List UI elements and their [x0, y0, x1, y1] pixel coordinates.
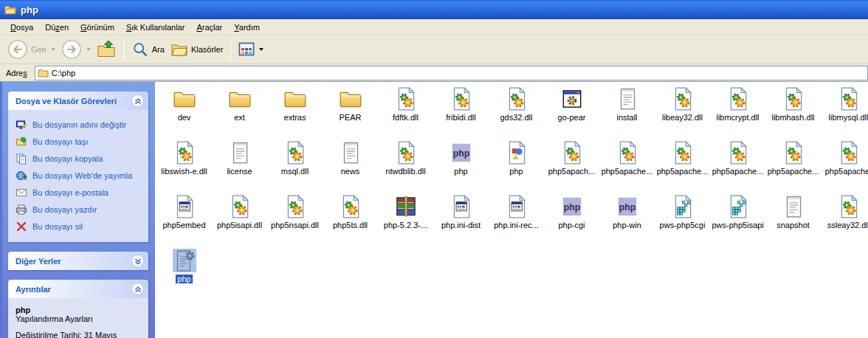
file-item[interactable]: php [489, 138, 544, 192]
folders-button[interactable]: Klasörler [168, 39, 226, 60]
forward-button[interactable] [58, 38, 94, 61]
file-item[interactable]: ssleay32.dll [821, 192, 868, 246]
empty-grid-cell [821, 246, 868, 300]
menu-item-g-r-n-m[interactable]: Görünüm [75, 21, 120, 33]
expand-button[interactable] [131, 255, 144, 267]
dll-file-icon [726, 140, 751, 165]
other-places-header[interactable]: Diğer Yerler [8, 252, 148, 270]
search-button[interactable]: Ara [128, 39, 168, 60]
file-item[interactable]: php5nsapi.dll [267, 192, 323, 246]
publish-icon [16, 170, 27, 182]
chevron-down-icon [133, 256, 143, 266]
folder-icon [283, 86, 308, 111]
collapse-button[interactable] [131, 283, 144, 295]
file-item[interactable]: license [212, 138, 267, 192]
dll-file-icon [836, 140, 861, 165]
file-item[interactable]: php5apache... [655, 138, 710, 192]
task-label: Bu dosyayı taşı [32, 137, 88, 146]
file-item[interactable]: ext [212, 84, 267, 138]
task-item[interactable]: Bu dosyayı Web'de yayımla [14, 167, 144, 184]
file-item[interactable]: php [433, 138, 489, 192]
menu-bar: DosyaDüzenGörünümSık KullanılanlarAraçla… [0, 19, 868, 35]
file-item[interactable]: php-cgi [544, 192, 599, 246]
file-name-label: install [615, 113, 638, 122]
file-item[interactable]: php5isapi.dll [212, 192, 267, 246]
file-name-label: ext [232, 113, 247, 122]
file-item[interactable]: libeay32.dll [655, 84, 710, 138]
task-item[interactable]: Bu dosyayı sil [14, 218, 144, 235]
task-label: Bu dosyayı kopyala [32, 154, 103, 163]
registry-file-icon [670, 194, 695, 219]
folder-icon [172, 86, 197, 111]
file-item[interactable]: fribidi.dll [433, 84, 489, 138]
task-item[interactable]: Bu dosyanın adını değiştir [14, 116, 144, 133]
ini-file-icon [504, 194, 529, 219]
task-label: Bu dosyayı yazdır [32, 205, 97, 214]
views-button[interactable] [235, 41, 266, 58]
forward-arrow-icon [61, 39, 82, 60]
file-item[interactable]: php5ts.dll [323, 192, 378, 246]
file-name-label: php5isapi.dll [216, 221, 264, 230]
file-item[interactable]: fdftk.dll [378, 84, 433, 138]
dll-file-icon [449, 86, 474, 111]
title-bar[interactable]: php [0, 0, 868, 19]
file-item[interactable]: libmcrypt.dll [710, 84, 765, 138]
file-item[interactable]: php5apache... [710, 138, 765, 192]
task-item[interactable]: Bu dosyayı e-postala [14, 184, 144, 201]
menu-item-dosya[interactable]: Dosya [4, 21, 39, 33]
menu-item-yard-m[interactable]: Yardım [228, 21, 266, 33]
menu-item-s-k-kullan-lanlar[interactable]: Sık Kullanılanlar [120, 21, 191, 33]
file-item[interactable]: libswish-e.dll [156, 138, 212, 192]
file-item[interactable]: PEAR [323, 84, 378, 138]
menu-item-ara-lar[interactable]: Araçlar [190, 21, 228, 33]
file-name-label: php5nsapi.dll [269, 221, 320, 230]
file-item[interactable]: dev [156, 84, 212, 138]
search-label: Ara [152, 45, 165, 54]
menu-item-d-zen[interactable]: Düzen [39, 21, 75, 33]
file-item[interactable]: php5apache. [821, 138, 868, 192]
file-item[interactable]: msql.dll [267, 138, 323, 192]
file-item[interactable]: snapshot [765, 192, 821, 246]
ini-file-icon [449, 194, 474, 219]
dll-file-icon [283, 194, 308, 219]
file-list-area[interactable]: devextextrasPEARfdftk.dllfribidi.dllgds3… [155, 82, 868, 338]
file-item[interactable]: php.ini-rec... [489, 192, 544, 246]
file-item[interactable]: php-5.2.3-... [378, 192, 433, 246]
details-header[interactable]: Ayrıntılar [8, 280, 148, 298]
file-item[interactable]: pws-php5isapi [710, 192, 765, 246]
file-item[interactable]: extras [267, 84, 323, 138]
file-item[interactable]: news [323, 138, 378, 192]
file-item[interactable]: gds32.dll [489, 84, 544, 138]
file-item[interactable]: php5apache... [765, 138, 821, 192]
collapse-button[interactable] [131, 94, 144, 107]
file-item[interactable]: libmhash.dll [765, 84, 821, 138]
file-tasks-header[interactable]: Dosya ve Klasör Görevleri [8, 92, 148, 110]
task-item[interactable]: Bu dosyayı yazdır [14, 201, 144, 218]
file-item[interactable]: php5apache... [599, 138, 655, 192]
file-item[interactable]: php-win [599, 192, 655, 246]
dll-file-icon [670, 86, 695, 111]
file-item[interactable]: pws-php5cgi [655, 192, 710, 246]
address-input[interactable]: C:\php [35, 66, 868, 80]
dll-file-icon [781, 140, 806, 165]
email-icon [16, 187, 27, 199]
task-item[interactable]: Bu dosyayı taşı [14, 133, 144, 150]
folder-icon [38, 68, 49, 77]
file-item[interactable]: install [599, 84, 655, 138]
back-button[interactable]: Geri [4, 38, 58, 61]
file-item[interactable]: php.ini-dist [433, 192, 489, 246]
up-button[interactable] [94, 38, 119, 61]
open-folder-icon [4, 4, 17, 15]
file-item[interactable]: php [156, 246, 212, 300]
file-item[interactable]: libmysql.dll [821, 84, 868, 138]
file-item[interactable]: go-pear [544, 84, 599, 138]
file-item[interactable]: ntwdblib.dll [378, 138, 433, 192]
dll-file-icon [393, 140, 418, 165]
file-name-label: pws-php5isapi [711, 221, 765, 230]
file-name-label: fdftk.dll [391, 113, 420, 122]
file-item[interactable]: php5apach... [544, 138, 599, 192]
window-title: php [21, 4, 38, 15]
task-item[interactable]: Bu dosyayı kopyala [14, 150, 144, 167]
file-name-label: php-win [611, 221, 643, 230]
file-item[interactable]: php5embed [156, 192, 212, 246]
